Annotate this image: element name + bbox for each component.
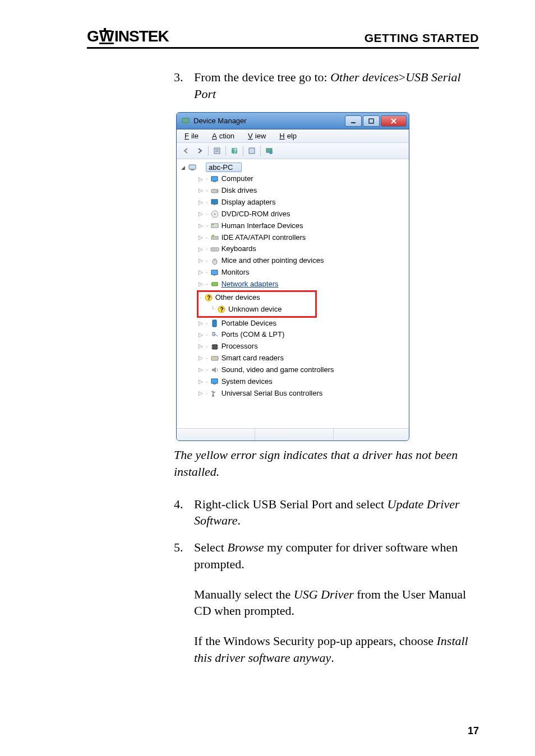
back-button[interactable] — [180, 145, 192, 157]
svg-line-48 — [215, 334, 218, 336]
properties-button[interactable] — [211, 145, 223, 157]
step-text: Select Browse my computer for driver sof… — [194, 539, 479, 679]
menubar: File Action View Help — [177, 129, 409, 143]
svg-rect-38 — [211, 270, 218, 275]
step-4: 4. Right-click USB Serial Port and selec… — [174, 496, 479, 529]
tree-item-processors[interactable]: ▷·Processors — [181, 341, 409, 353]
menu-action[interactable]: Action — [207, 131, 237, 141]
smartcard-icon — [210, 354, 219, 363]
svg-rect-40 — [212, 282, 218, 286]
tree-item-usb[interactable]: ▷·Universal Serial Bus controllers — [181, 388, 409, 400]
svg-rect-19 — [189, 165, 196, 169]
menu-help[interactable]: Help — [275, 131, 299, 141]
usb-icon — [210, 389, 219, 398]
tree-item-other-devices[interactable]: ·?Other devices — [199, 292, 315, 304]
tree-item-display[interactable]: ▷·Display adapters — [181, 197, 409, 208]
app-icon — [181, 117, 190, 126]
paragraph: If the Windows Security pop-up appears, … — [194, 633, 479, 666]
brand-logo: G W INSTEK — [87, 28, 182, 45]
tree-root-node[interactable]: abc-PC — [206, 163, 242, 172]
svg-rect-22 — [213, 181, 216, 182]
ide-icon — [210, 233, 219, 242]
tree-item-monitors[interactable]: ▷·Monitors — [181, 267, 409, 279]
tree-item-unknown-device[interactable]: └?Unknown device — [199, 304, 315, 316]
close-button[interactable] — [381, 115, 407, 127]
system-icon — [210, 377, 219, 386]
svg-rect-8 — [369, 119, 373, 123]
svg-point-24 — [216, 191, 218, 192]
portable-icon — [210, 319, 219, 328]
maximize-button[interactable] — [363, 115, 380, 127]
tree-item-disk[interactable]: ▷·Disk drives — [181, 185, 409, 197]
disk-icon — [210, 187, 219, 196]
tree-item-sound[interactable]: ▷·Sound, video and game controllers — [181, 364, 409, 376]
svg-rect-55 — [213, 358, 214, 359]
tree-item-smartcard[interactable]: ▷·Smart card readers — [181, 353, 409, 364]
svg-rect-31 — [211, 236, 218, 239]
toolbar: ? — [177, 143, 409, 159]
help-button[interactable]: ? — [228, 145, 241, 157]
processor-icon — [210, 342, 219, 351]
svg-text:G: G — [87, 28, 99, 45]
svg-rect-49 — [213, 345, 217, 349]
tree-item-keyboards[interactable]: ▷·Keyboards — [181, 243, 409, 255]
svg-rect-33 — [211, 248, 219, 251]
keyboard-icon — [210, 245, 219, 254]
svg-rect-21 — [211, 177, 218, 181]
tree-item-hid[interactable]: ▷·Human Interface Devices — [181, 220, 409, 232]
svg-rect-25 — [211, 200, 218, 204]
display-icon — [210, 198, 219, 207]
section-title: GETTING STARTED — [365, 31, 479, 45]
hid-icon — [210, 221, 219, 230]
step-text: From the device tree go to: Other device… — [194, 69, 479, 102]
step-5: 5. Select Browse my computer for driver … — [174, 539, 479, 679]
tree-item-computer[interactable]: ▷·Computer — [181, 173, 409, 185]
svg-rect-26 — [214, 204, 215, 205]
monitor-icon — [210, 268, 219, 277]
tree-item-mice[interactable]: ▷·Mice and other pointing devices — [181, 255, 409, 267]
refresh-button[interactable] — [263, 145, 275, 157]
window-titlebar[interactable]: Device Manager — [177, 113, 409, 129]
scan-button[interactable] — [246, 145, 258, 157]
tree-item-dvd[interactable]: ▷·DVD/CD-ROM drives — [181, 208, 409, 220]
collapse-icon[interactable]: ◢ — [181, 165, 187, 170]
other-devices-icon: ? — [204, 293, 213, 302]
step-text: Right-click USB Serial Port and select U… — [194, 496, 479, 529]
dvd-icon — [210, 210, 219, 219]
svg-rect-32 — [212, 235, 214, 236]
ports-icon — [210, 331, 219, 340]
forward-button[interactable] — [193, 145, 206, 157]
svg-rect-5 — [182, 118, 189, 123]
tree-item-ide[interactable]: ▷·IDE ATA/ATAPI controllers — [181, 232, 409, 244]
device-manager-window: Device Manager File Action View Help — [176, 112, 409, 441]
tree-item-system[interactable]: ▷·System devices — [181, 376, 409, 388]
svg-text:?: ? — [207, 295, 210, 301]
svg-text:?: ? — [220, 307, 224, 313]
svg-rect-20 — [191, 169, 194, 170]
network-icon — [210, 280, 219, 289]
tree-item-network[interactable]: ▷·Network adapters — [181, 279, 409, 290]
svg-rect-39 — [214, 275, 215, 276]
page-number: 17 — [468, 725, 479, 737]
svg-rect-57 — [213, 383, 216, 384]
computer-icon — [210, 175, 219, 184]
svg-rect-47 — [213, 332, 215, 336]
menu-view[interactable]: View — [243, 131, 268, 141]
computer-root-icon — [188, 163, 197, 172]
svg-rect-3 — [104, 28, 106, 31]
tree-item-ports[interactable]: ▷·Ports (COM & LPT) — [181, 329, 409, 341]
svg-rect-11 — [214, 148, 220, 154]
content: 3. From the device tree go to: Other dev… — [174, 69, 479, 679]
svg-text:INSTEK: INSTEK — [114, 28, 169, 45]
statusbar — [177, 428, 409, 440]
menu-file[interactable]: File — [180, 131, 201, 141]
unknown-device-icon: ? — [217, 305, 226, 314]
minimize-button[interactable] — [345, 115, 362, 127]
paragraph: Manually select the USG Driver from the … — [194, 586, 479, 619]
svg-rect-46 — [213, 320, 216, 327]
sound-icon — [210, 365, 219, 374]
svg-rect-56 — [211, 379, 218, 383]
svg-point-18 — [269, 151, 273, 154]
tree-item-portable[interactable]: ▷·Portable Devices — [181, 318, 409, 330]
window-title: Device Manager — [193, 117, 345, 125]
